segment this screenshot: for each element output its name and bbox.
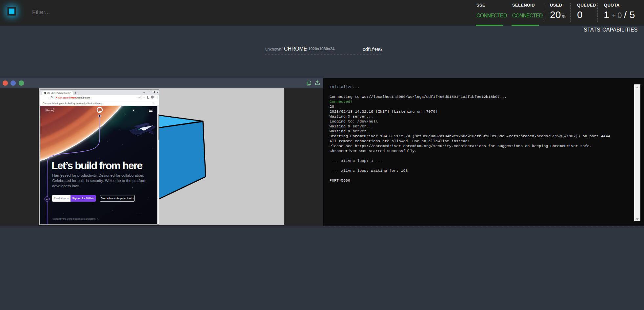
svg-text:Sign up: Sign up [46,109,53,111]
svg-text:<>: <> [46,198,48,201]
